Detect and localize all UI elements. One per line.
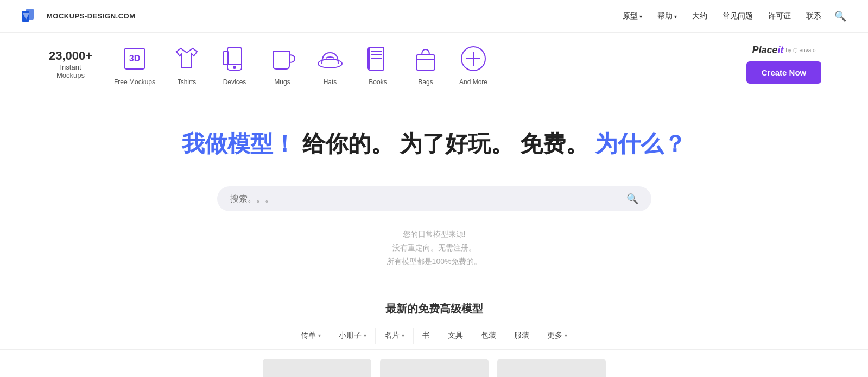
3d-box-icon: 3D: [118, 42, 151, 75]
nav-item-帮助[interactable]: 帮助: [657, 11, 677, 21]
tshirt-icon: [170, 42, 203, 75]
filter-arrow-传单: ▾: [318, 332, 321, 338]
placeit-logo: Placeit by ⬡ envato: [752, 45, 815, 56]
section-title: 最新的免费高级模型: [0, 291, 868, 322]
nav-item-大约[interactable]: 大约: [692, 11, 707, 21]
search-bar-icon: 🔍: [626, 193, 638, 205]
filter-书[interactable]: 书: [414, 328, 439, 344]
count-line1: Instant: [43, 63, 98, 71]
banner-count: 23,000+ Instant Mockups: [43, 49, 98, 79]
banner: 23,000+ Instant Mockups 3D Free Mockups …: [0, 33, 868, 96]
filter-arrow-名片: ▾: [402, 332, 404, 338]
nav-item-常见问题[interactable]: 常见问题: [723, 11, 753, 21]
navbar: MOCKUPS-DESIGN.COM 原型帮助大约常见问题许可证联系 🔍: [0, 0, 868, 33]
svg-text:3D: 3D: [129, 54, 140, 63]
svg-rect-15: [416, 55, 435, 70]
tagline-line1: 您的日常模型来源!: [22, 228, 846, 241]
placeit-sub: by ⬡ envato: [785, 47, 815, 53]
plus-icon: [457, 42, 490, 75]
filter-arrow-小册子: ▾: [364, 332, 366, 338]
category-and-more[interactable]: And More: [457, 42, 490, 86]
search-icon-nav[interactable]: 🔍: [834, 10, 846, 22]
search-input[interactable]: [230, 194, 621, 204]
filter-更多[interactable]: 更多 ▾: [538, 328, 576, 344]
count-number: 23,000+: [43, 49, 98, 63]
thumb-1: [263, 359, 371, 377]
filter-小册子[interactable]: 小册子 ▾: [330, 328, 376, 344]
category-tshirts[interactable]: Tshirts: [170, 42, 203, 86]
category-label-and-more: And More: [459, 78, 487, 86]
thumb-2: [380, 359, 489, 377]
search-bar: 🔍: [217, 186, 651, 211]
book-icon: [362, 42, 394, 75]
hero-accent2: 为什么？: [595, 131, 686, 156]
nav-item-联系[interactable]: 联系: [806, 11, 821, 21]
filter-文具[interactable]: 文具: [439, 328, 472, 344]
nav-item-原型[interactable]: 原型: [623, 11, 642, 21]
search-area: 🔍: [0, 175, 868, 222]
create-now-button[interactable]: Create Now: [746, 61, 822, 84]
category-free-mockups[interactable]: 3D Free Mockups: [114, 42, 155, 86]
filter-名片[interactable]: 名片 ▾: [376, 328, 414, 344]
category-mugs[interactable]: Mugs: [266, 42, 299, 86]
hero-title: 我做模型！ 给你的。 为了好玩。 免费。 为什么？: [22, 129, 846, 159]
category-label-tshirts: Tshirts: [178, 78, 197, 86]
hero-accent1: 我做模型！: [182, 131, 296, 156]
category-books[interactable]: Books: [362, 42, 394, 86]
logo-text: MOCKUPS-DESIGN.COM: [47, 12, 136, 20]
filter-服装[interactable]: 服装: [505, 328, 538, 344]
thumb-3: [497, 359, 606, 377]
hat-icon: [314, 42, 346, 75]
hero-section: 我做模型！ 给你的。 为了好玩。 免费。 为什么？: [0, 96, 868, 175]
nav-links: 原型帮助大约常见问题许可证联系: [623, 11, 821, 21]
placeit-brand: Placeit: [752, 45, 783, 56]
category-label-free-mockups: Free Mockups: [114, 78, 155, 86]
category-bags[interactable]: Bags: [409, 42, 442, 86]
count-line2: Mockups: [43, 71, 98, 79]
banner-categories: 3D Free Mockups Tshirts Devices Mugs Hat…: [114, 42, 727, 86]
category-label-mugs: Mugs: [274, 78, 290, 86]
hero-text-main: 给你的。 为了好玩。 免费。: [302, 131, 595, 156]
tagline-line2: 没有重定向。无需注册。: [22, 241, 846, 255]
device-icon: [218, 42, 251, 75]
logo-area: MOCKUPS-DESIGN.COM: [22, 9, 136, 24]
filter-传单[interactable]: 传单 ▾: [292, 328, 330, 344]
placeit-box: Placeit by ⬡ envato Create Now: [743, 45, 825, 84]
thumbnails-row: [0, 350, 868, 377]
tagline: 您的日常模型来源! 没有重定向。无需注册。 所有模型都是100%免费的。: [0, 222, 868, 291]
filter-bar: 传单 ▾小册子 ▾名片 ▾书文具包装服装更多 ▾: [0, 322, 868, 350]
filter-包装[interactable]: 包装: [472, 328, 505, 344]
category-label-books: Books: [369, 78, 387, 86]
logo-icon: [22, 9, 41, 24]
mug-icon: [266, 42, 299, 75]
category-label-devices: Devices: [223, 78, 246, 86]
category-devices[interactable]: Devices: [218, 42, 251, 86]
svg-point-7: [233, 66, 236, 68]
tagline-line3: 所有模型都是100%免费的。: [22, 255, 846, 268]
filter-arrow-更多: ▾: [565, 332, 567, 338]
category-label-hats: Hats: [324, 78, 337, 86]
category-hats[interactable]: Hats: [314, 42, 346, 86]
nav-item-许可证[interactable]: 许可证: [768, 11, 791, 21]
category-label-bags: Bags: [418, 78, 433, 86]
bag-icon: [409, 42, 442, 75]
